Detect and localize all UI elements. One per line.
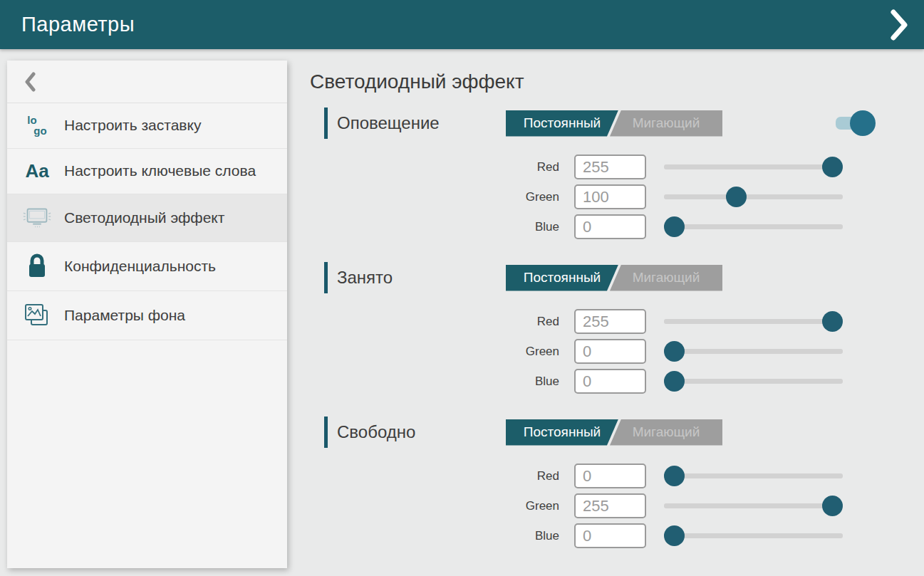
notification-enable-toggle[interactable] (836, 115, 873, 131)
green-slider[interactable] (664, 496, 843, 516)
sidebar-item-privacy[interactable]: Конфиденциальность (7, 242, 287, 291)
rgb-row: Red (324, 155, 924, 179)
slider-thumb[interactable] (664, 371, 685, 392)
green-value-input[interactable] (574, 339, 646, 364)
sidebar-item-keywords[interactable]: Aa Настроить ключевые слова (7, 149, 287, 194)
led-section-notification: Оповещение Постоянный Мигающий Red (310, 108, 924, 239)
led-section-free: Свободно Постоянный Мигающий Red Green (310, 417, 924, 548)
logo-icon: logo (21, 115, 53, 136)
mode-segmented-control: Постоянный Мигающий (506, 110, 722, 137)
mode-option-blinking[interactable]: Мигающий (610, 110, 722, 137)
blue-slider[interactable] (664, 525, 843, 546)
red-label: Red (324, 469, 559, 483)
mode-segmented-control: Постоянный Мигающий (506, 419, 722, 446)
red-label: Red (324, 315, 559, 329)
mode-segmented-control: Постоянный Мигающий (506, 265, 722, 291)
sidebar-item-led-effect[interactable]: Светодиодный эффект (7, 194, 287, 242)
mode-option-constant[interactable]: Постоянный (506, 110, 618, 137)
rgb-row: Blue (324, 214, 924, 239)
section-title: Оповещение (337, 113, 506, 133)
green-label: Green (324, 499, 559, 513)
section-title: Свободно (337, 422, 506, 442)
rgb-row: Red (324, 464, 924, 488)
sidebar-back-button[interactable] (7, 61, 287, 103)
green-slider[interactable] (664, 187, 843, 207)
sidebar-item-label: Конфиденциальность (64, 257, 216, 276)
sidebar-item-background[interactable]: Параметры фона (7, 291, 287, 340)
red-label: Red (324, 160, 559, 174)
slider-thumb[interactable] (822, 496, 843, 516)
sidebar-item-screensaver[interactable]: logo Настроить заставку (7, 103, 287, 149)
mode-option-blinking[interactable]: Мигающий (610, 265, 722, 291)
slider-track (664, 319, 843, 324)
app-header: Параметры (0, 0, 924, 49)
monitor-icon (21, 206, 53, 230)
sidebar-item-label: Параметры фона (64, 306, 185, 325)
slider-thumb[interactable] (664, 525, 685, 546)
rgb-row: Green (324, 339, 924, 364)
green-slider[interactable] (664, 341, 843, 362)
rgb-row: Blue (324, 523, 924, 548)
blue-value-input[interactable] (574, 214, 646, 239)
section-title: Занято (337, 268, 506, 288)
sidebar: logo Настроить заставку Aa Настроить клю… (7, 61, 287, 568)
green-label: Green (324, 190, 559, 204)
slider-thumb[interactable] (664, 341, 685, 362)
slider-thumb[interactable] (822, 311, 843, 332)
aa-icon: Aa (21, 160, 53, 182)
green-value-input[interactable] (574, 493, 646, 518)
slider-thumb[interactable] (726, 187, 747, 207)
slider-track (664, 224, 843, 229)
red-value-input[interactable] (574, 309, 646, 334)
red-slider[interactable] (664, 311, 843, 332)
slider-thumb[interactable] (664, 466, 685, 486)
blue-label: Blue (324, 529, 559, 543)
mode-option-constant[interactable]: Постоянный (506, 265, 618, 291)
red-value-input[interactable] (574, 464, 646, 488)
slider-track (664, 194, 843, 199)
images-icon (21, 303, 53, 328)
slider-track (664, 379, 843, 384)
green-value-input[interactable] (574, 184, 646, 209)
led-section-busy: Занято Постоянный Мигающий Red Green (310, 262, 924, 394)
blue-label: Blue (324, 220, 559, 234)
blue-value-input[interactable] (574, 523, 646, 548)
red-value-input[interactable] (574, 155, 646, 179)
slider-track (664, 473, 843, 478)
slider-track (664, 533, 843, 538)
rgb-row: Blue (324, 369, 924, 394)
chevron-right-icon[interactable] (890, 9, 908, 41)
red-slider[interactable] (664, 466, 843, 486)
rgb-row: Red (324, 309, 924, 334)
mode-option-constant[interactable]: Постоянный (506, 419, 618, 446)
red-slider[interactable] (664, 157, 843, 177)
mode-option-blinking[interactable]: Мигающий (610, 419, 722, 446)
rgb-row: Green (324, 184, 924, 209)
main-title: Светодиодный эффект (310, 70, 924, 93)
sidebar-item-label: Настроить заставку (64, 116, 201, 135)
toggle-knob (850, 110, 876, 136)
slider-track (664, 349, 843, 354)
slider-track (664, 503, 843, 508)
main-panel: Светодиодный эффект Оповещение Постоянны… (287, 49, 924, 576)
page-title: Параметры (21, 13, 135, 36)
lock-icon (21, 253, 53, 279)
blue-slider[interactable] (664, 371, 843, 392)
slider-track (664, 164, 843, 169)
rgb-row: Green (324, 493, 924, 518)
blue-slider[interactable] (664, 216, 843, 237)
chevron-left-icon (24, 72, 36, 92)
blue-value-input[interactable] (574, 369, 646, 394)
slider-thumb[interactable] (664, 216, 685, 237)
section-accent-bar (324, 417, 328, 448)
sidebar-item-label: Светодиодный эффект (64, 209, 224, 227)
slider-thumb[interactable] (822, 157, 843, 177)
section-accent-bar (324, 262, 328, 293)
blue-label: Blue (324, 375, 559, 389)
section-accent-bar (324, 108, 328, 139)
sidebar-item-label: Настроить ключевые слова (64, 162, 256, 180)
green-label: Green (324, 345, 559, 359)
